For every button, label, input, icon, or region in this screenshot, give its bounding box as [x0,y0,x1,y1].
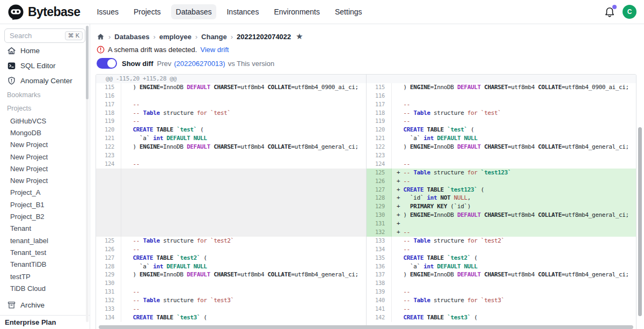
view-drift-link[interactable]: View drift [200,46,229,54]
line-number: 124 [96,160,121,169]
sidebar-item-archive[interactable]: Archive [0,297,90,312]
line-number: 133 [96,305,121,313]
diff-row-filler [96,202,366,211]
main-vertical-scrollbar[interactable] [638,127,642,316]
line-number: 118 [367,109,392,118]
plan-footer[interactable]: Enterprise Plan [0,315,90,329]
sidebar-project-tenant-label[interactable]: tenant_label [0,235,90,246]
sidebar-item-anomaly-center[interactable]: Anomaly Center [0,73,90,88]
code-line: ) ENGINE=InnoDB DEFAULT CHARSET=utf8mb4 … [392,143,636,151]
code-line [121,177,366,186]
sidebar-project-tidb-cloud[interactable]: TiDB Cloud [0,282,90,294]
sidebar-project-project-a[interactable]: Project_A [0,187,90,199]
line-number: 134 [367,245,392,254]
main-content: › Databases › employee › Change › 202212… [90,24,644,329]
diff-row: 121 `a` int DEFAULT NULL [367,134,636,143]
line-number: 137 [367,270,392,279]
diff-row-filler [96,220,366,228]
sidebar-item-sql-editor[interactable]: SQL Editor [0,58,90,73]
diff-row: 127 CREATE TABLE `test2` ( [96,254,366,262]
code-line: + ) ENGINE=InnoDB DEFAULT CHARSET=utf8mb… [392,211,636,220]
line-number: 127 [96,254,121,262]
avatar[interactable]: C [623,5,636,19]
code-line: -- [121,305,366,313]
line-number: 133 [367,237,392,245]
nav-item-environments[interactable]: Environments [269,4,325,19]
code-line [121,92,366,100]
sidebar-project-tenanttidb[interactable]: TenantTiDB [0,259,90,270]
diff-row: 142 CREATE TABLE `test3` ( [367,313,636,322]
nav-item-projects[interactable]: Projects [129,4,166,19]
line-number: 136 [367,262,392,271]
sidebar-item-home[interactable]: Home [0,43,90,58]
brand[interactable]: Bytebase [8,4,80,20]
breadcrumb-home-icon[interactable] [97,33,105,41]
diff-row: 137 ) ENGINE=InnoDB DEFAULT CHARSET=utf8… [367,270,636,279]
project-list: GitHubVCSMongoDBNew ProjectNew ProjectNe… [0,115,90,294]
sidebar-project-new-project[interactable]: New Project [0,163,90,174]
code-line: + -- Table structure for `test123` [392,169,636,177]
sidebar-project-project-b2[interactable]: Project_B2 [0,210,90,222]
diff-row: 120 CREATE TABLE `test` ( [96,126,366,134]
diff-row: 122 ) ENGINE=InnoDB DEFAULT CHARSET=utf8… [367,143,636,151]
line-number: 121 [96,134,121,143]
notifications-button[interactable] [604,6,616,18]
notification-badge [612,5,617,9]
code-line [392,151,636,160]
line-number: 118 [96,109,121,118]
sidebar-project-tenant-test[interactable]: Tenant_test [0,246,90,258]
sidebar-project-new-project[interactable]: New Project [0,174,90,186]
sidebar-project-githubvcs[interactable]: GitHubVCS [0,115,90,127]
code-line: -- Table structure for `test3` [121,296,366,305]
sidebar-project-mongodb[interactable]: MongoDB [0,127,90,138]
prev-version-link[interactable]: (202206270013) [174,60,225,68]
sidebar-project-testtp[interactable]: testTP [0,270,90,282]
sidebar-scrollbar-thumb[interactable] [86,26,89,99]
nav-item-databases[interactable]: Databases [171,4,217,19]
diff-row: 118 -- Table structure for `test` [367,109,636,118]
code-line: CREATE TABLE `test` ( [392,126,636,134]
sidebar-item-label: Archive [20,301,45,309]
code-line: -- Table structure for `test2` [121,237,366,245]
line-number: 126 [367,177,392,186]
line-number: 123 [367,151,392,160]
diff-row: 134 -- [367,245,636,254]
line-number: 119 [96,117,121,126]
line-number [96,177,121,186]
code-line: CREATE TABLE `test2` ( [121,254,366,262]
sidebar-project-new-project[interactable]: New Project [0,139,90,151]
line-number: 116 [367,92,392,100]
line-number [96,194,121,202]
line-number [96,220,121,228]
code-line: CREATE TABLE `test` ( [121,126,366,134]
sidebar-project-project-b1[interactable]: Project_B1 [0,199,90,210]
diff-horizontal-scrollbar[interactable] [99,325,633,329]
line-number: 132 [96,296,121,305]
breadcrumb: › Databases › employee › Change › 202212… [97,31,644,42]
diff-row: 119 -- [367,117,636,126]
code-line: -- Table structure for `test` [392,109,636,118]
sidebar-project-new-project[interactable]: New Project [0,151,90,163]
breadcrumb-employee[interactable]: employee [159,33,192,41]
diff-row: 136 `a` int DEFAULT NULL [367,262,636,271]
diff-row: 132 -- Table structure for `test3` [96,296,366,305]
breadcrumb-databases[interactable]: Databases [114,33,149,41]
code-line [121,194,366,202]
nav-item-settings[interactable]: Settings [330,4,367,19]
diff-row: 116 [367,92,636,100]
nav-item-instances[interactable]: Instances [222,4,264,19]
code-line: -- [392,117,636,126]
sidebar-project-tenant[interactable]: Tenant [0,223,90,235]
search-input[interactable]: Search ⌘ K [4,28,85,43]
line-number: 121 [367,134,392,143]
code-line: -- [121,100,366,109]
nav-item-issues[interactable]: Issues [92,4,123,19]
line-number: 131 [367,220,392,228]
bookmark-star-icon[interactable]: ★ [296,32,303,41]
code-line: -- [121,245,366,254]
code-line: + -- [392,177,636,186]
breadcrumb-change[interactable]: Change [201,33,227,41]
code-line: ) ENGINE=InnoDB DEFAULT CHARSET=utf8mb4 … [392,270,636,279]
line-number: 139 [367,288,392,296]
show-diff-toggle[interactable] [97,58,117,69]
